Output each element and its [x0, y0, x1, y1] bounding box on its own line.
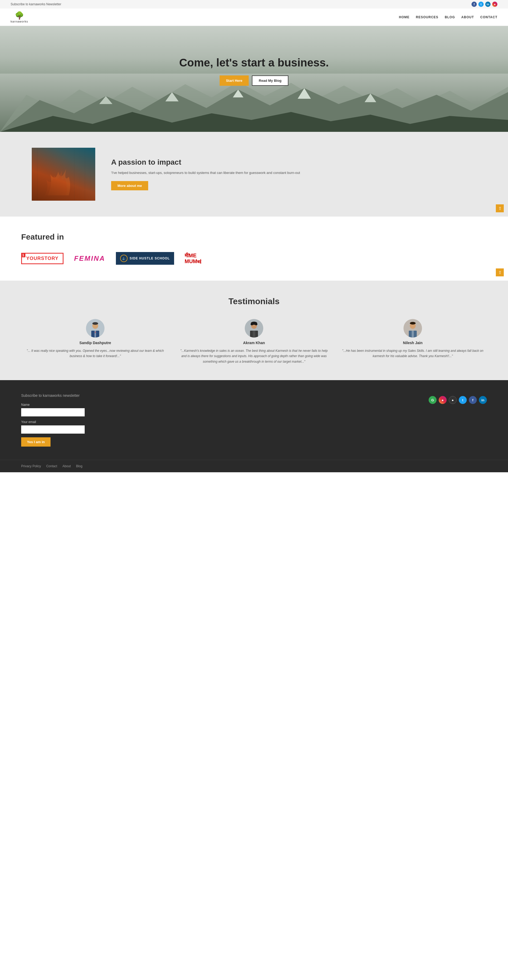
svg-rect-12 — [34, 148, 35, 200]
more-about-me-button[interactable]: More about me — [111, 181, 148, 190]
testimonial-card-3: Nilesh Jain "...He has been instrumental… — [339, 319, 487, 364]
footer-contact[interactable]: Contact — [46, 465, 57, 468]
top-bar: Subscribe to karnaworks Newsletter f t i… — [0, 0, 508, 8]
avatar-sandip — [86, 319, 105, 337]
scroll-up-button[interactable]: ⇧ — [496, 204, 504, 212]
newsletter-inner: Subscribe to karnaworks newsletter Name … — [21, 393, 487, 447]
featured-section: Featured in YOURSTORY FEMINA ⚓ SIDE HUST… — [0, 216, 508, 281]
avatar-akram — [245, 319, 263, 337]
svg-rect-35 — [412, 331, 414, 337]
testimonial-quote-1: "... It was really nice speaking with yo… — [21, 348, 169, 359]
testimonials-section: Testimonials — [0, 281, 508, 380]
hero-section: Come, let's start a business. Start Here… — [0, 26, 508, 132]
logo[interactable]: 🌳 karnaworks — [11, 11, 28, 23]
svg-point-28 — [255, 323, 257, 325]
featured-wrapper: Featured in YOURSTORY FEMINA ⚓ SIDE HUST… — [0, 216, 508, 281]
name-label: Name — [21, 403, 413, 407]
nav-contact[interactable]: CONTACT — [480, 15, 497, 19]
passion-artwork — [32, 148, 95, 200]
logo-tree-icon: 🌳 — [15, 11, 24, 20]
nav-about[interactable]: ABOUT — [462, 15, 474, 19]
nav-blog[interactable]: BLOG — [445, 15, 455, 19]
start-here-button[interactable]: Start Here — [220, 75, 249, 86]
hero-title: Come, let's start a business. — [179, 56, 329, 69]
linkedin-icon[interactable]: in — [485, 2, 491, 7]
footer-about[interactable]: About — [62, 465, 71, 468]
mumbai-logo: मीME MUMबई — [185, 253, 202, 264]
testimonials-heading: Testimonials — [21, 296, 487, 306]
footer-instagram-icon[interactable]: ● — [439, 396, 447, 404]
passion-image — [32, 148, 95, 200]
featured-heading: Featured in — [21, 232, 487, 242]
svg-point-27 — [251, 323, 253, 325]
testimonials-wrapper: Testimonials — [0, 281, 508, 380]
email-input[interactable] — [21, 425, 85, 434]
hero-buttons: Start Here Read My Blog — [179, 75, 329, 86]
svg-rect-14 — [74, 148, 75, 200]
footer-facebook-icon[interactable]: f — [469, 396, 477, 404]
nav-resources[interactable]: RESOURCES — [416, 15, 438, 19]
testimonial-name-1: Sandip Dashputre — [21, 341, 169, 345]
passion-text-area: A passion to impact 'I've helped busines… — [111, 158, 300, 190]
yourstory-logo: YOURSTORY — [21, 253, 64, 264]
passion-section: A passion to impact 'I've helped busines… — [0, 132, 508, 216]
newsletter-section: Subscribe to karnaworks newsletter Name … — [0, 380, 508, 460]
scroll-up-button-2[interactable]: ⇧ — [496, 269, 504, 276]
sidehustle-logo: ⚓ SIDE HUSTLE SCHOOL — [116, 252, 174, 265]
avatar-nilesh — [403, 319, 422, 337]
femina-logo: FEMINA — [74, 255, 105, 262]
testimonial-name-2: Akram Khan — [180, 341, 328, 345]
email-label: Your email — [21, 420, 413, 424]
sidehustle-icon: ⚓ — [120, 255, 127, 262]
subscribe-text: Subscribe to karnaworks Newsletter — [11, 2, 61, 6]
svg-rect-13 — [37, 148, 38, 200]
top-social-icons: f t in ● — [471, 2, 497, 7]
testimonial-name-3: Nilesh Jain — [339, 341, 487, 345]
footer-blog[interactable]: Blog — [76, 465, 82, 468]
newsletter-form-area: Subscribe to karnaworks newsletter Name … — [21, 393, 413, 447]
svg-rect-16 — [85, 148, 85, 200]
svg-point-33 — [410, 322, 416, 325]
main-nav: HOME RESOURCES BLOG ABOUT CONTACT — [399, 15, 497, 19]
svg-rect-9 — [32, 148, 95, 200]
twitter-icon[interactable]: t — [478, 2, 484, 7]
footer-google-icon[interactable]: G — [429, 396, 437, 404]
svg-rect-11 — [32, 148, 32, 200]
avatar-nilesh-image — [403, 319, 422, 337]
footer-bottom: Privacy Policy Contact About Blog — [0, 460, 508, 472]
femina-label: FEMINA — [74, 255, 105, 262]
avatar-sandip-image — [86, 319, 105, 337]
read-blog-button[interactable]: Read My Blog — [252, 75, 288, 86]
facebook-icon[interactable]: f — [471, 2, 477, 7]
mumbai-line1: मीME — [185, 253, 202, 258]
avatar-akram-image — [245, 319, 263, 337]
header: 🌳 karnaworks HOME RESOURCES BLOG ABOUT C… — [0, 8, 508, 26]
testimonial-quote-2: "...Karmesh's knowledge in sales is an o… — [180, 348, 328, 364]
svg-rect-30 — [253, 331, 255, 337]
logo-text: karnaworks — [11, 20, 28, 23]
footer-social-icons: G ● ● t f in — [429, 396, 487, 404]
testimonial-card-2: Akram Khan "...Karmesh's knowledge in sa… — [180, 319, 328, 364]
testimonial-card: Sandip Dashputre "... It was really nice… — [21, 319, 169, 364]
footer-privacy[interactable]: Privacy Policy — [21, 465, 41, 468]
featured-logos: YOURSTORY FEMINA ⚓ SIDE HUSTLE SCHOOL मी… — [21, 252, 487, 265]
testimonial-quote-3: "...He has been instrumental in shaping … — [339, 348, 487, 359]
yourstory-label: YOURSTORY — [26, 256, 59, 261]
sidehustle-label: SIDE HUSTLE SCHOOL — [130, 256, 170, 260]
name-input[interactable] — [21, 408, 85, 417]
passion-heading: A passion to impact — [111, 158, 300, 167]
newsletter-title: Subscribe to karnaworks newsletter — [21, 393, 413, 398]
footer-dark-icon[interactable]: ● — [449, 396, 457, 404]
newsletter-social: G ● ● t f in — [429, 393, 487, 404]
sidehustle-icon-symbol: ⚓ — [122, 257, 125, 260]
passion-description: 'I've helped businesses, start-ups, solo… — [111, 170, 300, 176]
svg-point-20 — [92, 322, 98, 325]
nav-home[interactable]: HOME — [399, 15, 410, 19]
footer-twitter-icon[interactable]: t — [459, 396, 467, 404]
submit-button[interactable]: Yes I am in — [21, 438, 51, 447]
svg-rect-10 — [32, 148, 95, 200]
footer-linkedin-icon[interactable]: in — [479, 396, 487, 404]
passion-wrapper: A passion to impact 'I've helped busines… — [0, 132, 508, 216]
hero-content: Come, let's start a business. Start Here… — [179, 56, 329, 86]
instagram-icon[interactable]: ● — [492, 2, 497, 7]
